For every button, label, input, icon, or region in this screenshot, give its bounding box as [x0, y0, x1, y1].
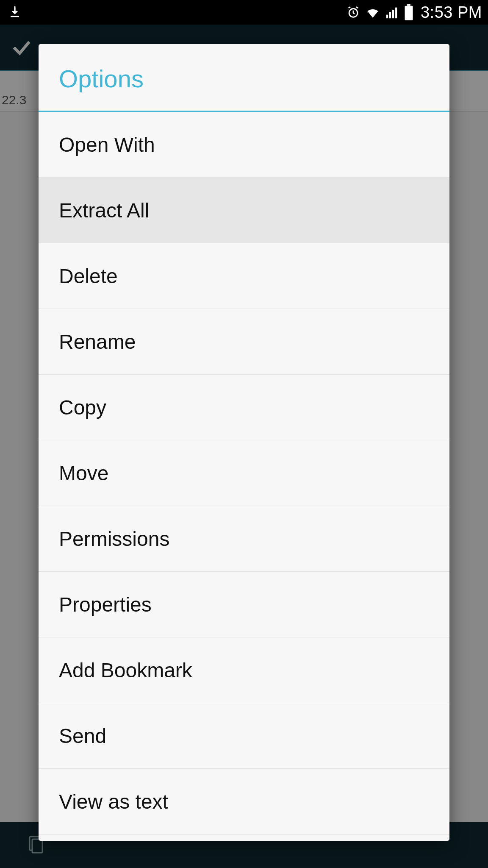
- option-label: Open With: [59, 133, 155, 156]
- option-label: Extract All: [59, 199, 149, 222]
- cell-signal-icon: [385, 5, 399, 19]
- alarm-icon: [346, 5, 360, 19]
- option-send[interactable]: Send: [39, 703, 449, 769]
- wifi-icon: [365, 5, 381, 19]
- status-right: 3:53 PM: [346, 3, 482, 22]
- status-left: [8, 5, 22, 19]
- svg-rect-7: [407, 4, 410, 6]
- option-view-as-text[interactable]: View as text: [39, 769, 449, 835]
- svg-rect-3: [389, 12, 391, 18]
- option-label: Add Bookmark: [59, 659, 192, 682]
- option-label: Properties: [59, 593, 152, 616]
- option-permissions[interactable]: Permissions: [39, 506, 449, 572]
- option-add-bookmark[interactable]: Add Bookmark: [39, 637, 449, 703]
- option-rename[interactable]: Rename: [39, 309, 449, 375]
- download-icon: [8, 5, 22, 19]
- option-label: Copy: [59, 396, 106, 419]
- status-time: 3:53 PM: [421, 3, 482, 22]
- option-move[interactable]: Move: [39, 440, 449, 506]
- svg-rect-5: [395, 8, 397, 18]
- status-bar: 3:53 PM: [0, 0, 488, 25]
- option-open-with[interactable]: Open With: [39, 112, 449, 178]
- option-label: Permissions: [59, 527, 169, 551]
- battery-icon: [404, 4, 414, 20]
- svg-rect-6: [405, 6, 413, 20]
- svg-rect-4: [392, 10, 394, 18]
- svg-marker-0: [12, 11, 18, 14]
- option-extract-all[interactable]: Extract All: [39, 178, 449, 243]
- option-copy[interactable]: Copy: [39, 375, 449, 440]
- dialog-list: Open With Extract All Delete Rename Copy…: [39, 112, 449, 835]
- option-label: Rename: [59, 330, 136, 353]
- option-label: Delete: [59, 264, 118, 288]
- dialog-title: Options: [39, 44, 449, 112]
- option-properties[interactable]: Properties: [39, 572, 449, 637]
- option-delete[interactable]: Delete: [39, 243, 449, 309]
- options-dialog: Options Open With Extract All Delete Ren…: [39, 44, 449, 841]
- svg-rect-2: [386, 15, 388, 19]
- option-label: View as text: [59, 790, 168, 813]
- option-label: Move: [59, 462, 108, 485]
- option-label: Send: [59, 724, 106, 748]
